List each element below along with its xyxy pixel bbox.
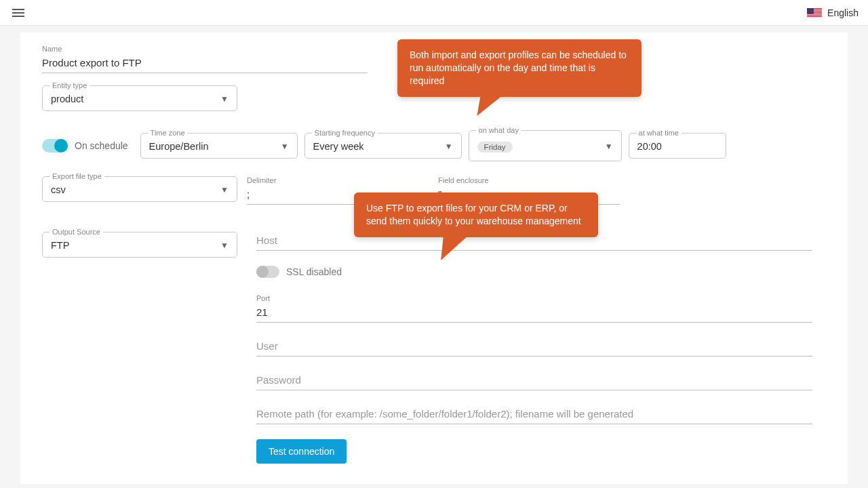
name-label: Name xyxy=(42,45,368,53)
schedule-row: On schedule Time zone Europe/Berlin ▼ St… xyxy=(42,130,826,161)
language-switcher[interactable]: English xyxy=(807,7,859,18)
time-label: at what time xyxy=(636,129,682,137)
topbar: English xyxy=(0,0,868,26)
ftp-user-input[interactable] xyxy=(256,338,812,357)
ssl-toggle[interactable] xyxy=(256,266,279,278)
chevron-down-icon: ▼ xyxy=(220,185,229,195)
frequency-value: Every week xyxy=(313,141,445,152)
frequency-select[interactable]: Starting frequency Every week ▼ xyxy=(304,133,462,159)
ssl-row: SSL disabled xyxy=(256,266,826,278)
hamburger-icon[interactable] xyxy=(9,6,27,20)
time-input[interactable]: at what time 20:00 xyxy=(629,133,726,159)
chevron-down-icon: ▼ xyxy=(281,142,289,151)
callout-schedule: Both import and export profiles can be s… xyxy=(397,39,642,97)
output-label: Output Source xyxy=(50,228,103,236)
schedule-toggle-label: On schedule xyxy=(75,140,128,151)
callout-text: Use FTP to export files for your CRM or … xyxy=(366,203,581,226)
timezone-label: Time zone xyxy=(148,129,188,137)
chevron-down-icon: ▼ xyxy=(220,241,229,250)
callout-tail-icon xyxy=(441,236,468,260)
timezone-select[interactable]: Time zone Europe/Berlin ▼ xyxy=(140,133,298,159)
callout-tail-icon xyxy=(477,96,502,116)
time-value: 20:00 xyxy=(637,141,717,152)
chevron-down-icon: ▼ xyxy=(445,142,453,151)
day-select[interactable]: on what day Friday ▼ xyxy=(469,130,622,161)
day-label: on what day xyxy=(476,126,521,134)
port-label: Port xyxy=(256,294,812,302)
entity-type-value: product xyxy=(51,94,220,104)
filetype-value: csv xyxy=(51,184,220,195)
ftp-remote-path-input[interactable] xyxy=(256,405,812,424)
entity-type-select[interactable]: Entity type product ▼ xyxy=(42,85,237,111)
chevron-down-icon: ▼ xyxy=(605,142,613,151)
ftp-password-input[interactable] xyxy=(256,371,812,390)
ftp-port-input[interactable] xyxy=(256,304,812,323)
delimiter-label: Delimiter xyxy=(247,176,429,184)
output-source-select[interactable]: Output Source FTP ▼ xyxy=(42,232,237,258)
flag-us-icon xyxy=(807,8,822,18)
ssl-label: SSL disabled xyxy=(286,266,342,277)
frequency-label: Starting frequency xyxy=(312,129,378,137)
export-profile-card: Name Entity type product ▼ On schedule T… xyxy=(20,33,848,484)
entity-type-label: Entity type xyxy=(50,81,90,89)
timezone-value: Europe/Berlin xyxy=(149,141,281,152)
language-label: English xyxy=(827,7,859,18)
ftp-settings: SSL disabled Port Test connection xyxy=(247,232,826,464)
name-input[interactable] xyxy=(42,54,368,73)
callout-text: Both import and export profiles can be s… xyxy=(410,49,627,86)
filetype-label: Export file type xyxy=(50,172,104,180)
schedule-toggle[interactable] xyxy=(42,139,68,152)
chevron-down-icon: ▼ xyxy=(220,94,229,104)
output-value: FTP xyxy=(51,240,220,251)
test-connection-button[interactable]: Test connection xyxy=(256,439,347,464)
callout-ftp: Use FTP to export files for your CRM or … xyxy=(354,192,598,237)
day-chip: Friday xyxy=(477,142,513,152)
enclosure-label: Field enclosure xyxy=(438,176,620,184)
output-row: Output Source FTP ▼ SSL disabled Port xyxy=(42,232,826,464)
filetype-select[interactable]: Export file type csv ▼ xyxy=(42,176,237,202)
